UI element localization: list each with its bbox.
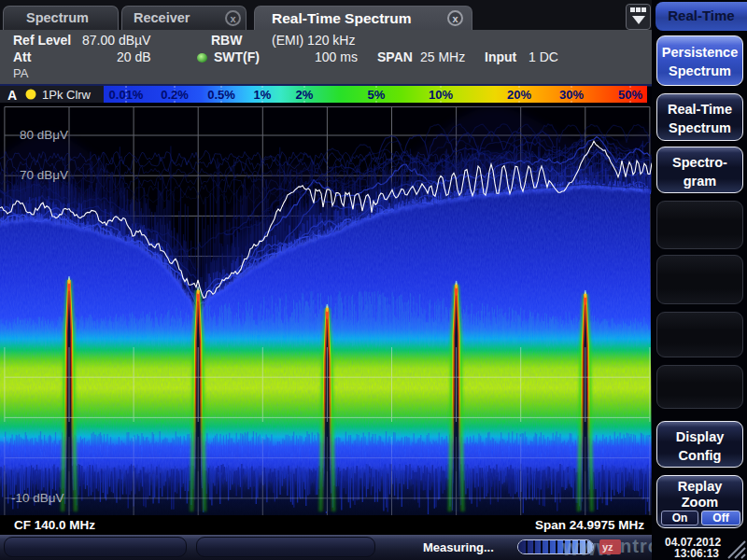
svg-text:2%: 2%: [296, 88, 314, 102]
svg-text:0.2%: 0.2%: [161, 88, 189, 102]
svg-text:50%: 50%: [618, 88, 642, 102]
svg-text:1Pk Clrw: 1Pk Clrw: [42, 88, 92, 102]
svg-text:80 dBμV: 80 dBμV: [20, 128, 68, 142]
svg-text:30%: 30%: [559, 88, 584, 102]
svg-text:20%: 20%: [507, 88, 531, 102]
svg-text:1%: 1%: [254, 88, 272, 102]
svg-text:-10 dBμV: -10 dBμV: [11, 491, 64, 505]
svg-text:0.01%: 0.01%: [109, 88, 144, 102]
svg-text:5%: 5%: [368, 88, 386, 102]
svg-text:10%: 10%: [429, 88, 453, 102]
svg-text:0.5%: 0.5%: [207, 88, 235, 102]
svg-text:A: A: [7, 88, 17, 103]
svg-text:70 dBμV: 70 dBμV: [20, 168, 68, 182]
